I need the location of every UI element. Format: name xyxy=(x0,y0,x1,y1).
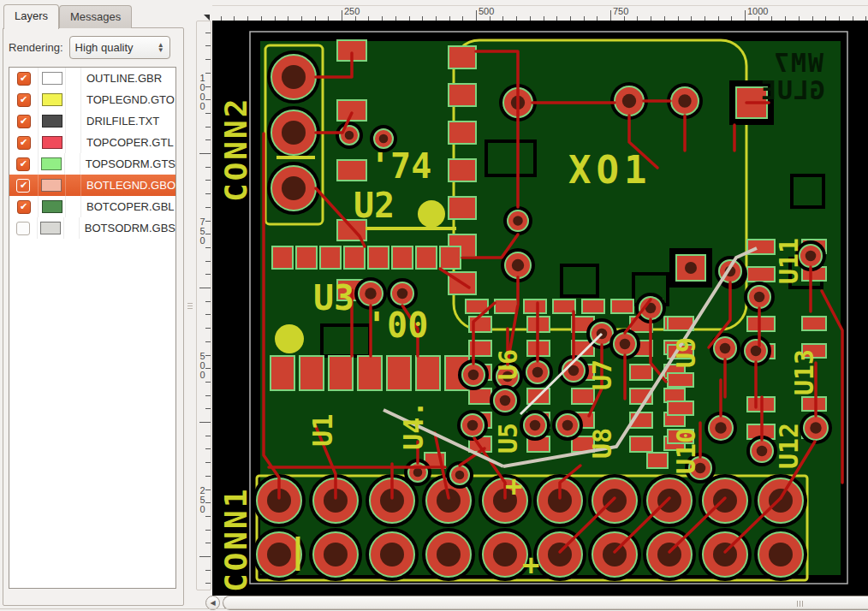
layer-row-botcoper.gbl[interactable]: ✔BOTCOPER.GBL xyxy=(9,196,175,217)
layer-name: OUTLINE.GBR xyxy=(81,72,162,85)
tab-bar: Layers Messages xyxy=(3,3,132,28)
vruler-label: 750 xyxy=(199,217,206,246)
vruler-label: 500 xyxy=(199,352,206,380)
layer-color-swatch[interactable] xyxy=(41,157,62,170)
window-bottom-edge xyxy=(0,608,868,609)
svg-text:CONN2: CONN2 xyxy=(218,97,253,202)
layer-visibility-checkbox[interactable]: ✔ xyxy=(17,200,31,214)
rendering-row: Rendering: High quality ▲▼ xyxy=(9,36,170,59)
layer-name: BOTLEGND.GBO xyxy=(81,179,175,192)
layer-row-topcoper.gtl[interactable]: ✔TOPCOPER.GTL xyxy=(9,132,175,153)
layer-color-swatch[interactable] xyxy=(40,222,61,234)
ruler-pointer-icon xyxy=(204,15,210,21)
hruler-label: 1000 xyxy=(747,6,768,16)
svg-text:GLUE: GLUE xyxy=(760,75,825,105)
svg-text:U3: U3 xyxy=(313,278,354,317)
svg-text:U8: U8 xyxy=(587,428,617,459)
hruler-label: 500 xyxy=(479,6,494,16)
layer-list: ✔OUTLINE.GBR✔TOPLEGND.GTO✔DRILFILE.TXT✔T… xyxy=(9,67,176,589)
layer-visibility-checkbox[interactable]: ✔ xyxy=(17,115,31,128)
layer-name: BOTCOPER.GBL xyxy=(81,200,175,213)
svg-text:U2: U2 xyxy=(354,186,395,225)
layer-name: TOPSODRM.GTS xyxy=(80,157,175,170)
svg-text:U9: U9 xyxy=(671,337,701,368)
layer-row-drilfile.txt[interactable]: ✔DRILFILE.TXT xyxy=(9,110,175,132)
layer-color-swatch[interactable] xyxy=(42,200,62,213)
hruler-label: 250 xyxy=(344,6,360,16)
svg-text:+: + xyxy=(522,548,539,582)
layer-color-swatch[interactable] xyxy=(42,93,62,106)
layer-visibility-checkbox[interactable]: ✔ xyxy=(17,93,31,107)
svg-text:CONN1: CONN1 xyxy=(218,487,253,592)
layer-name: TOPCOPER.GTL xyxy=(81,136,174,149)
svg-text:U4.: U4. xyxy=(397,400,430,450)
layer-row-topsodrm.gts[interactable]: ✔TOPSODRM.GTS xyxy=(9,153,175,175)
tab-messages[interactable]: Messages xyxy=(59,5,132,28)
layer-name: DRILFILE.TXT xyxy=(81,115,159,128)
layer-visibility-checkbox[interactable]: ✔ xyxy=(17,136,31,150)
layer-row-outline.gbr[interactable]: ✔OUTLINE.GBR xyxy=(9,68,175,89)
svg-text:U5: U5 xyxy=(493,423,523,454)
layer-color-swatch[interactable] xyxy=(41,179,62,192)
spinner-arrows-icon[interactable]: ▲▼ xyxy=(158,43,164,53)
layer-name: TOPLEGND.GTO xyxy=(81,93,175,106)
layer-row-botlegnd.gbo[interactable]: ✔BOTLEGND.GBO xyxy=(9,175,175,196)
layer-visibility-checkbox[interactable] xyxy=(16,222,30,235)
svg-text:'74: '74 xyxy=(370,146,431,186)
svg-text:U13: U13 xyxy=(789,349,819,395)
layer-row-botsodrm.gbs[interactable]: BOTSODRM.GBS xyxy=(9,217,175,239)
vertical-ruler: 1000750500250 xyxy=(196,21,211,590)
svg-text:U1: U1 xyxy=(306,413,339,447)
svg-text:WM7: WM7 xyxy=(772,48,823,78)
layer-color-swatch[interactable] xyxy=(42,72,62,85)
splitter-grip-icon xyxy=(187,301,193,311)
vruler-label: 1000 xyxy=(199,74,206,111)
hruler-label: 750 xyxy=(613,6,628,16)
u2-pin1-dot xyxy=(418,200,445,228)
pane-splitter[interactable] xyxy=(185,0,195,611)
svg-text:XO1: XO1 xyxy=(568,148,651,192)
layer-color-swatch[interactable] xyxy=(42,115,62,128)
rendering-dropdown[interactable]: High quality ▲▼ xyxy=(69,36,170,59)
tab-layers[interactable]: Layers xyxy=(3,4,59,29)
layer-visibility-checkbox[interactable]: ✔ xyxy=(17,72,31,86)
layer-visibility-checkbox[interactable]: ✔ xyxy=(16,157,30,171)
svg-text:U10: U10 xyxy=(671,428,701,474)
layer-color-swatch[interactable] xyxy=(42,136,62,149)
u3-pin1-dot xyxy=(275,324,304,353)
layer-row-toplegnd.gto[interactable]: ✔TOPLEGND.GTO xyxy=(9,89,175,110)
svg-text:+: + xyxy=(505,469,522,503)
svg-text:'00: '00 xyxy=(366,306,428,345)
svg-text:U6: U6 xyxy=(493,349,523,380)
vruler-label: 250 xyxy=(199,486,206,514)
layer-name: BOTSODRM.GBS xyxy=(80,222,175,234)
rendering-value: High quality xyxy=(75,41,158,54)
rendering-label: Rendering: xyxy=(9,41,63,54)
svg-text:U11: U11 xyxy=(774,238,804,284)
svg-text:U7: U7 xyxy=(587,359,617,390)
scrollbar-grip-icon xyxy=(797,601,803,607)
pcb-drawing: CONN2 CONN1 XO1 '74 U2 U3 '00 U1 U4. U5 … xyxy=(212,21,868,596)
svg-text:U12: U12 xyxy=(774,423,804,469)
pcb-canvas[interactable]: CONN2 CONN1 XO1 '74 U2 U3 '00 U1 U4. U5 … xyxy=(212,21,868,596)
layer-visibility-checkbox[interactable]: ✔ xyxy=(16,179,30,193)
horizontal-ruler: 2505007501000 xyxy=(212,5,868,21)
